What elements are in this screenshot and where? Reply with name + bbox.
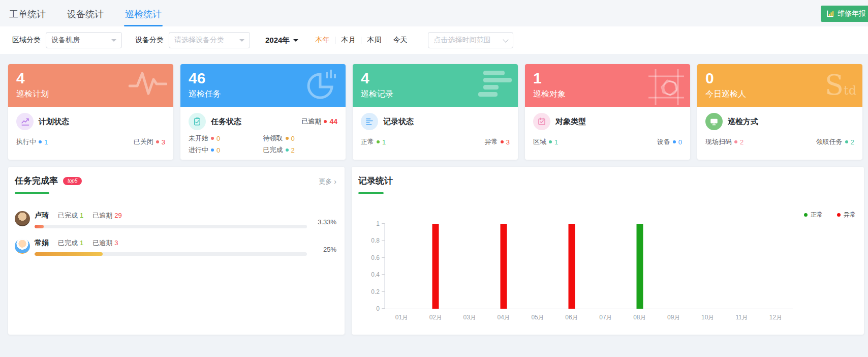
y-axis-tick bbox=[382, 308, 385, 309]
card-stat: 领取任务2 bbox=[816, 137, 854, 146]
monitor-icon bbox=[705, 113, 723, 130]
quick-range-this-month[interactable]: 本月 bbox=[335, 36, 361, 45]
avatar-female-photo bbox=[15, 211, 30, 226]
top-tab-bar: 工单统计 设备统计 巡检统计 bbox=[0, 0, 868, 26]
x-axis-label: 02月 bbox=[429, 313, 442, 322]
tab-inspection-stats[interactable]: 巡检统计 bbox=[124, 8, 163, 26]
filter-bar: 区域分类 设备机房 设备分类 请选择设备分类 2024年 本年 本月 本周 今天… bbox=[0, 26, 868, 54]
progress-bar bbox=[35, 225, 307, 228]
device-select-placeholder: 请选择设备分类 bbox=[174, 36, 224, 45]
card-stat: 正常1 bbox=[361, 137, 386, 146]
completion-percent: 3.33% bbox=[307, 218, 336, 226]
x-axis-label: 06月 bbox=[565, 313, 578, 322]
legend-item[interactable]: 正常 bbox=[804, 211, 823, 219]
x-axis-label: 07月 bbox=[599, 313, 612, 322]
done-stat: 已完成1 bbox=[58, 239, 83, 248]
bottom-panels: 任务完成率 top5 更多› 卢琦 已完成1 已逾期29 3.33% 常娟 已完… bbox=[0, 160, 868, 335]
chart-legend: 正常异常 bbox=[804, 211, 856, 219]
card-headline-stat: 已逾期44 bbox=[301, 117, 337, 126]
card-header: 1 巡检对象 bbox=[525, 64, 690, 107]
y-axis-tick-label: 0.6 bbox=[361, 255, 380, 261]
hbar-chart-icon bbox=[478, 69, 512, 101]
x-axis-label: 11月 bbox=[735, 313, 748, 322]
chart-bar-正常 bbox=[636, 224, 643, 309]
pie-chart-icon bbox=[306, 69, 339, 103]
stat-card: 0 今日巡检人 Std 巡检方式 现场扫码2 领取任务2 bbox=[697, 64, 862, 160]
tab-work-order-stats[interactable]: 工单统计 bbox=[8, 8, 47, 26]
region-category-label: 区域分类 bbox=[12, 36, 41, 45]
quick-range-this-year[interactable]: 本年 bbox=[309, 36, 335, 45]
card-stat: 已完成2 bbox=[263, 145, 338, 155]
y-axis-tick bbox=[382, 223, 385, 224]
tab-device-stats[interactable]: 设备统计 bbox=[66, 8, 105, 26]
card-stat: 设备0 bbox=[657, 137, 682, 146]
x-axis-label: 10月 bbox=[701, 313, 714, 322]
stat-card: 1 巡检对象 对象类型 区域1 设备0 bbox=[525, 64, 690, 160]
device-select[interactable]: 请选择设备分类 bbox=[169, 32, 250, 48]
y-axis-tick-label: 0.4 bbox=[361, 272, 380, 278]
card-header: 4 巡检记录 bbox=[353, 64, 518, 107]
annual-report-label: 维修年报 bbox=[838, 9, 866, 18]
year-select[interactable]: 2024年 bbox=[265, 36, 298, 45]
x-axis-label: 09月 bbox=[667, 313, 680, 322]
caret-down-icon bbox=[293, 39, 298, 44]
caret-down-icon bbox=[111, 39, 116, 44]
annual-report-button[interactable]: 维修年报 bbox=[821, 6, 868, 22]
chart-bar-异常 bbox=[501, 224, 507, 309]
card-body: 计划状态 执行中1 已关闭3 bbox=[8, 107, 173, 152]
panel-title: 记录统计 bbox=[358, 175, 393, 187]
trend-chart-icon bbox=[16, 113, 34, 130]
card-stat: 进行中0 bbox=[189, 145, 263, 155]
card-section-label: 计划状态 bbox=[39, 117, 69, 127]
legend-item[interactable]: 异常 bbox=[837, 211, 856, 219]
progress-bar bbox=[35, 252, 307, 256]
y-axis-tick bbox=[382, 240, 385, 241]
x-axis-label: 04月 bbox=[498, 313, 510, 322]
clipboard-icon bbox=[189, 113, 206, 130]
stat-cards: 4 巡检计划 计划状态 执行中1 已关闭3 46 bbox=[0, 54, 868, 160]
completion-percent: 25% bbox=[307, 246, 336, 253]
overdue-stat: 已逾期29 bbox=[92, 211, 121, 220]
y-axis-tick bbox=[382, 274, 385, 275]
pulse-icon bbox=[129, 69, 167, 100]
stat-card: 4 巡检记录 记录状态 正常1 异常3 bbox=[353, 64, 518, 160]
card-stat: 区域1 bbox=[533, 137, 558, 146]
quick-range-today[interactable]: 今天 bbox=[387, 36, 413, 45]
chevron-down-icon bbox=[503, 37, 509, 42]
top5-badge: top5 bbox=[63, 177, 82, 185]
card-section-label: 巡检方式 bbox=[728, 117, 758, 127]
year-value: 2024年 bbox=[265, 36, 290, 45]
avatar-cartoon-boy bbox=[15, 239, 30, 254]
more-link[interactable]: 更多› bbox=[319, 177, 336, 186]
done-stat: 已完成1 bbox=[58, 211, 83, 220]
card-header: 4 巡检计划 bbox=[8, 64, 173, 107]
title-underline bbox=[358, 192, 384, 194]
record-stats-panel: 记录统计 正常异常 00.20.40.60.8101月02月03月04月05月0… bbox=[352, 167, 864, 335]
legend-dot bbox=[837, 213, 841, 217]
quick-range-group: 本年 本月 本周 今天 bbox=[309, 36, 413, 45]
user-name: 卢琦 bbox=[35, 211, 49, 220]
overdue-stat: 已逾期3 bbox=[92, 239, 118, 248]
chart-bar-异常 bbox=[432, 224, 439, 309]
card-body: 对象类型 区域1 设备0 bbox=[525, 107, 690, 152]
region-select-value: 设备机房 bbox=[51, 36, 80, 45]
x-axis-label: 05月 bbox=[531, 313, 544, 322]
stat-card: 46 巡检任务 任务状态 已逾期44 未开始0 待领取0 bbox=[180, 64, 346, 160]
legend-dot bbox=[804, 213, 808, 217]
y-axis-tick-label: 0.8 bbox=[361, 237, 380, 244]
list-icon bbox=[361, 113, 378, 130]
region-select[interactable]: 设备机房 bbox=[46, 32, 122, 48]
y-axis-tick bbox=[382, 291, 385, 292]
y-axis-tick-label: 0.2 bbox=[361, 289, 380, 295]
quick-range-this-week[interactable]: 本周 bbox=[361, 36, 387, 45]
y-axis-tick-label: 0 bbox=[361, 306, 380, 312]
card-section-label: 任务状态 bbox=[211, 117, 241, 127]
time-range-select[interactable]: 点击选择时间范围 bbox=[428, 32, 513, 48]
completion-row: 卢琦 已完成1 已逾期29 3.33% bbox=[15, 211, 336, 228]
x-axis-label: 03月 bbox=[463, 313, 476, 322]
card-stat: 异常3 bbox=[485, 137, 510, 146]
survey-icon bbox=[533, 113, 550, 130]
card-body: 记录状态 正常1 异常3 bbox=[353, 107, 518, 152]
title-underline bbox=[15, 192, 49, 194]
stat-card: 4 巡检计划 计划状态 执行中1 已关闭3 bbox=[8, 64, 173, 160]
